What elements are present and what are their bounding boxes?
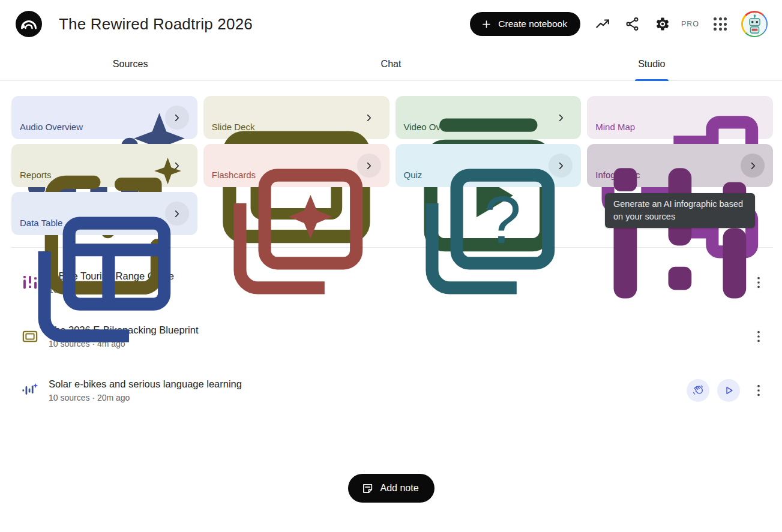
chevron-right-icon[interactable] — [549, 154, 573, 178]
chevron-right-icon[interactable] — [549, 106, 573, 130]
card-flashcards[interactable]: Flashcards — [203, 144, 389, 187]
tab-sources[interactable]: Sources — [0, 48, 260, 80]
chevron-right-icon[interactable] — [165, 106, 189, 130]
trending-up-icon[interactable] — [595, 16, 610, 32]
card-label: Infographic — [595, 170, 640, 180]
card-label: Reports — [20, 170, 52, 180]
card-label: Slide Deck — [212, 122, 255, 132]
list-item[interactable]: Solar e-bikes and serious language learn… — [22, 375, 766, 405]
panel-tabs: Sources Chat Studio — [0, 48, 782, 81]
create-notebook-label: Create notebook — [498, 19, 567, 29]
note-icon — [361, 482, 373, 495]
interactive-mode-button[interactable] — [687, 379, 709, 402]
settings-gear-icon[interactable] — [655, 16, 670, 32]
card-reports[interactable]: Reports — [11, 144, 197, 187]
plus-icon — [481, 19, 492, 30]
card-label: Mind Map — [595, 122, 635, 132]
robot-avatar-image — [743, 13, 766, 36]
more-menu-icon[interactable] — [751, 383, 766, 398]
avatar[interactable] — [741, 11, 768, 37]
play-button[interactable] — [717, 379, 740, 402]
card-slide-deck[interactable]: Slide Deck — [203, 96, 389, 139]
add-note-button[interactable]: Add note — [347, 474, 434, 503]
quiz-icon: ? — [404, 151, 573, 320]
artifact-meta: 10 sources · 20m ago — [49, 393, 242, 402]
notebooklm-logo-icon[interactable] — [16, 11, 42, 37]
card-label: Quiz — [404, 170, 423, 180]
tab-chat[interactable]: Chat — [260, 48, 521, 80]
more-menu-icon[interactable] — [751, 329, 766, 344]
card-label: Audio Overview — [20, 122, 83, 132]
card-label: Video Overview — [404, 122, 467, 132]
chevron-right-icon[interactable] — [165, 202, 189, 226]
play-icon — [723, 384, 735, 396]
audio-waveform-icon — [22, 382, 38, 399]
app-header: The Rewired Roadtrip 2026 Create noteboo… — [0, 0, 782, 48]
card-infographic[interactable]: Infographic — [587, 144, 773, 187]
share-icon[interactable] — [625, 16, 640, 32]
tab-studio[interactable]: Studio — [522, 48, 782, 80]
svg-text:?: ? — [484, 182, 521, 257]
card-label: Flashcards — [212, 170, 256, 180]
create-notebook-button[interactable]: Create notebook — [470, 12, 580, 36]
waving-hand-icon — [692, 384, 704, 396]
chevron-right-icon[interactable] — [741, 154, 765, 178]
card-quiz[interactable]: ? Quiz — [396, 144, 582, 187]
chevron-right-icon[interactable] — [357, 154, 381, 178]
chevron-right-icon[interactable] — [357, 106, 381, 130]
infographic-tooltip: Generate an AI infographic based on your… — [605, 193, 755, 228]
notebook-title[interactable]: The Rewired Roadtrip 2026 — [59, 15, 253, 34]
card-label: Data Table — [20, 218, 62, 228]
add-note-label: Add note — [380, 483, 418, 494]
chevron-right-icon[interactable] — [165, 154, 189, 178]
card-data-table[interactable]: Data Table — [11, 192, 197, 235]
artifact-title[interactable]: Solar e-bikes and serious language learn… — [49, 378, 242, 390]
card-audio-overview[interactable]: Audio Overview — [11, 96, 197, 139]
card-mind-map[interactable]: Mind Map — [587, 96, 773, 139]
pro-badge: PRO — [681, 20, 699, 28]
apps-grid-icon[interactable] — [714, 17, 727, 31]
card-video-overview[interactable]: Video Overview — [396, 96, 582, 139]
